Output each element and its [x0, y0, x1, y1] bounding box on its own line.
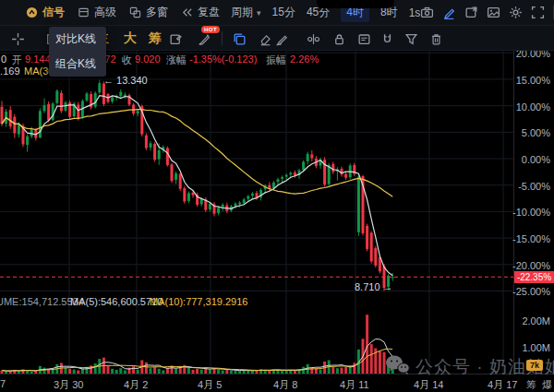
close-value: 9.020: [135, 53, 161, 65]
chip-button[interactable]: 筹: [149, 30, 162, 47]
axis-label: -20.00%: [512, 260, 550, 271]
date-tick: 4月 11: [340, 378, 369, 392]
date-tick: 4月 5: [198, 378, 222, 392]
volume-axis-label: 2.00M: [522, 315, 550, 327]
trading-app-window: 信号 高级 多窗 复盘 周期 ▾ 15分 45分 4时 8时 1s: [0, 0, 554, 392]
burst-tab[interactable]: 爆: [542, 378, 552, 392]
axis-label: 10.00%: [516, 101, 550, 113]
templates-tool[interactable]: [231, 30, 247, 47]
magnet-tool[interactable]: [379, 30, 395, 47]
signal-icon: [24, 6, 39, 20]
interval-1s[interactable]: 1s: [409, 6, 421, 19]
change-label: 涨幅: [166, 53, 187, 67]
candle-style-menu: 对比K线 组合K线: [49, 27, 106, 77]
low-annotation: 8.710 →: [355, 281, 393, 292]
signal-button[interactable]: 信号: [24, 5, 65, 20]
axis-label: 15.00%: [516, 75, 550, 86]
compare-tool[interactable]: [305, 30, 321, 47]
compose-tool[interactable]: [167, 30, 184, 47]
axis-label: 5.00%: [522, 127, 550, 138]
eraser-tool[interactable]: [257, 30, 273, 47]
replay-icon: [179, 6, 194, 20]
watermark-badge: 7k: [526, 360, 543, 371]
advanced-icon: [76, 6, 90, 20]
multi-window-button[interactable]: 多窗: [127, 5, 168, 20]
notes-tool[interactable]: [355, 30, 372, 47]
multi-window-icon: [127, 6, 142, 20]
crosshair-tool[interactable]: [9, 30, 26, 47]
date-tick: 27: [0, 378, 6, 389]
filter-tool[interactable]: [403, 30, 419, 47]
pen-tool[interactable]: [273, 30, 290, 47]
axis-label: -25.00%: [512, 286, 550, 297]
open-value: 9.144: [25, 53, 51, 65]
volume-ma10: MA(10):777,319.2916: [150, 296, 247, 307]
big-order-button[interactable]: 大: [124, 30, 137, 47]
high-annotation: ← 13.340: [103, 75, 148, 86]
lock-tool[interactable]: [331, 30, 347, 47]
period-dropdown[interactable]: 周期 ▾: [231, 5, 261, 20]
advanced-button[interactable]: 高级: [76, 5, 116, 20]
date-tick: 4月 17: [488, 378, 517, 392]
date-tick: 4月 2: [124, 378, 148, 392]
gear-icon[interactable]: [509, 6, 523, 20]
amplitude-label: 振幅: [266, 53, 286, 67]
menu-item-combo-kline[interactable]: 组合K线: [49, 52, 106, 77]
hot-badge: HOT: [201, 26, 220, 33]
menu-item-compare-kline[interactable]: 对比K线: [49, 27, 106, 52]
top-toolbar: 信号 高级 多窗 复盘 周期 ▾ 15分 45分 4时 8时 1s: [0, 0, 554, 26]
date-tick: 3月 30: [54, 378, 83, 392]
topbar-actions: 未命名 ▾ K线分析: [420, 0, 554, 36]
date-tick: 4月 14: [414, 378, 443, 392]
date-tick: 4月 8: [273, 378, 297, 392]
legend-prefix: 0: [1, 53, 6, 65]
image-icon[interactable]: [487, 6, 500, 20]
axis-label: -5.00%: [518, 181, 550, 192]
close-label: 收: [122, 53, 132, 67]
fullscreen-icon[interactable]: [531, 6, 545, 20]
change-value: -1.35%(-0.123): [189, 53, 257, 65]
chip-tab[interactable]: 筹: [526, 378, 536, 392]
new-window-icon[interactable]: [464, 6, 478, 20]
chevron-down-icon: ▾: [257, 8, 261, 18]
amplitude-value: 2.26%: [290, 53, 319, 65]
axis-label: -10.00%: [512, 207, 550, 218]
watermark: 公众号 · 奶油姑娘 7k: [384, 353, 554, 380]
chart-area: 0 开 9.144 高 9.165 低 8.972 收 9.020 涨幅 -1.…: [0, 51, 554, 392]
volume-axis-label: 1.00M: [522, 342, 550, 353]
draw-pencil-icon[interactable]: [442, 6, 456, 20]
current-price-tag: -22.35%: [514, 271, 554, 283]
toolbar-divider: [222, 31, 223, 45]
interval-15m[interactable]: 15分: [272, 5, 295, 20]
axis-label: 0.00%: [522, 154, 550, 165]
axis-label: -15.00%: [512, 233, 550, 244]
chart-canvas[interactable]: [0, 51, 554, 392]
replay-button[interactable]: 复盘: [179, 5, 220, 20]
wechat-icon: [384, 353, 410, 380]
camera-icon[interactable]: [420, 6, 434, 20]
ma5-value: 9.169: [0, 65, 20, 77]
camera-notch: [317, 0, 394, 8]
